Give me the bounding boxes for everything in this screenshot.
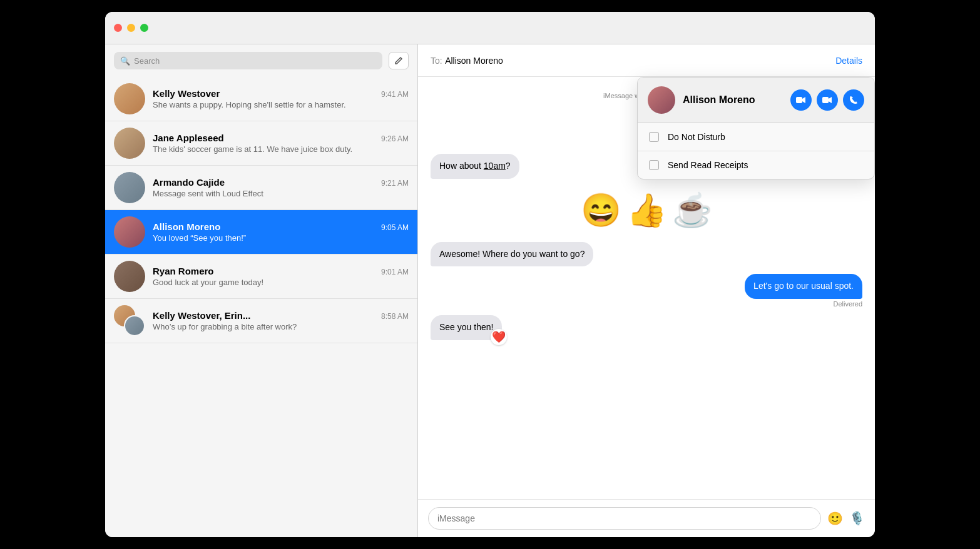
- details-button[interactable]: Details: [835, 56, 862, 66]
- conv-header-group: Kelly Westover, Erin... 8:58 AM: [153, 310, 409, 321]
- chat-input-area: 🙂 🎙️: [418, 499, 875, 537]
- avatar-ryan-romero: [114, 261, 145, 292]
- app-window: 🔍 Search Kelly Westover 9:41 AM: [105, 12, 875, 537]
- sidebar: 🔍 Search Kelly Westover 9:41 AM: [105, 44, 418, 537]
- conv-time-armando-cajide: 9:21 AM: [381, 179, 409, 188]
- maximize-button[interactable]: [140, 24, 148, 32]
- avatar-armando-cajide: [114, 172, 145, 203]
- conv-info-ryan-romero: Ryan Romero 9:01 AM Good luck at your ga…: [153, 266, 409, 287]
- popup-avatar: [648, 86, 675, 114]
- delivered-label: Delivered: [834, 300, 862, 308]
- conv-name-ryan-romero: Ryan Romero: [153, 266, 214, 276]
- conv-time-ryan-romero: 9:01 AM: [381, 268, 409, 276]
- emoji-picker-icon[interactable]: 🙂: [827, 511, 843, 526]
- avatar-group: [114, 305, 145, 336]
- conv-preview-ryan-romero: Good luck at your game today!: [153, 278, 353, 287]
- conv-header-kelly: Kelly Westover 9:41 AM: [153, 88, 409, 99]
- conv-time-kelly-westover: 9:41 AM: [381, 90, 409, 99]
- chat-recipient: To: Allison Moreno: [431, 55, 503, 66]
- compose-button[interactable]: [389, 52, 409, 69]
- conv-header-jane: Jane Appleseed 9:26 AM: [153, 133, 409, 143]
- conv-header-allison: Allison Moreno 9:05 AM: [153, 221, 409, 232]
- emoji-row: 😄 👍 ☕: [431, 191, 862, 229]
- message-row-awesome: Awesome! Where do you want to go?: [431, 242, 862, 267]
- popup-contact-name: Allison Moreno: [683, 94, 783, 106]
- conv-preview-armando-cajide: Message sent with Loud Effect: [153, 189, 353, 198]
- traffic-lights: [114, 24, 148, 32]
- checkbox-send-read-receipts[interactable]: [649, 160, 659, 170]
- facetime-audio-button[interactable]: [817, 89, 838, 111]
- conversation-item-jane-appleseed[interactable]: Jane Appleseed 9:26 AM The kids' soccer …: [105, 121, 417, 166]
- conversation-item-allison-moreno[interactable]: Allison Moreno 9:05 AM You loved “See yo…: [105, 210, 417, 254]
- conv-info-allison-moreno: Allison Moreno 9:05 AM You loved “See yo…: [153, 221, 409, 243]
- chat-header: To: Allison Moreno Details: [418, 44, 875, 77]
- to-label: To:: [431, 56, 442, 66]
- bubble-awesome: Awesome! Where do you want to go?: [431, 242, 593, 267]
- checkbox-do-not-disturb[interactable]: [649, 132, 659, 142]
- avatar-jane-appleseed: [114, 128, 145, 159]
- chat-to-name: Allison Moreno: [445, 56, 503, 66]
- conversation-item-ryan-romero[interactable]: Ryan Romero 9:01 AM Good luck at your ga…: [105, 254, 417, 299]
- conv-info-group: Kelly Westover, Erin... 8:58 AM Who’s up…: [153, 310, 409, 331]
- reaction-heart: ❤️: [491, 329, 507, 345]
- conversation-item-group[interactable]: Kelly Westover, Erin... 8:58 AM Who’s up…: [105, 299, 417, 343]
- search-icon: 🔍: [120, 56, 130, 66]
- popup-option-do-not-disturb[interactable]: Do Not Disturb: [638, 123, 874, 151]
- conversation-list: Kelly Westover 9:41 AM She wants a puppy…: [105, 77, 417, 537]
- conv-header-armando: Armando Cajide 9:21 AM: [153, 177, 409, 188]
- close-button[interactable]: [114, 24, 122, 32]
- conv-name-allison-moreno: Allison Moreno: [153, 221, 220, 232]
- bubble-usual-spot: Let's go to our usual spot.: [745, 274, 862, 299]
- conv-time-allison-moreno: 9:05 AM: [381, 223, 409, 232]
- conversation-item-armando-cajide[interactable]: Armando Cajide 9:21 AM Message sent with…: [105, 166, 417, 210]
- message-row-see-you: See you then! ❤️: [431, 315, 862, 340]
- conv-time-jane-appleseed: 9:26 AM: [381, 134, 409, 143]
- sidebar-header: 🔍 Search: [105, 44, 417, 77]
- message-row-usual-spot: Let's go to our usual spot. Delivered: [431, 274, 862, 308]
- conv-info-kelly-westover: Kelly Westover 9:41 AM She wants a puppy…: [153, 88, 409, 109]
- imessage-input[interactable]: [428, 507, 821, 530]
- conv-preview-jane-appleseed: The kids' soccer game is at 11. We have …: [153, 144, 353, 154]
- conv-preview-allison-moreno: You loved “See you then!”: [153, 233, 353, 243]
- conv-header-ryan: Ryan Romero 9:01 AM: [153, 266, 409, 276]
- mic-icon[interactable]: 🎙️: [849, 511, 865, 526]
- popup-option-send-read-receipts[interactable]: Send Read Receipts: [638, 151, 874, 179]
- phone-button[interactable]: [843, 89, 864, 111]
- facetime-video-button[interactable]: [790, 89, 812, 111]
- title-bar: [105, 12, 875, 44]
- main-content: 🔍 Search Kelly Westover 9:41 AM: [105, 44, 875, 537]
- reaction-wrap: See you then! ❤️: [431, 315, 502, 340]
- conv-preview-kelly-westover: She wants a puppy. Hoping she'll settle …: [153, 100, 353, 109]
- conv-info-armando-cajide: Armando Cajide 9:21 AM Message sent with…: [153, 177, 409, 198]
- conv-info-jane-appleseed: Jane Appleseed 9:26 AM The kids' soccer …: [153, 133, 409, 154]
- conversation-item-kelly-westover[interactable]: Kelly Westover 9:41 AM She wants a puppy…: [105, 77, 417, 121]
- conv-name-jane-appleseed: Jane Appleseed: [153, 133, 224, 143]
- emoji-thumbsup: 👍: [626, 191, 667, 229]
- svg-rect-1: [822, 97, 829, 103]
- search-bar[interactable]: 🔍 Search: [114, 52, 382, 69]
- search-label: Search: [134, 56, 160, 66]
- minimize-button[interactable]: [127, 24, 135, 32]
- popup-header: Allison Moreno: [638, 78, 874, 123]
- bubble-10am: How about 10am?: [431, 154, 519, 179]
- emoji-grin: 😄: [581, 191, 621, 229]
- conv-name-kelly-westover: Kelly Westover: [153, 88, 220, 99]
- conv-name-group: Kelly Westover, Erin...: [153, 310, 250, 321]
- details-popup: Allison Moreno: [637, 77, 875, 179]
- avatar-kelly-westover: [114, 83, 145, 114]
- conv-time-group: 8:58 AM: [381, 312, 409, 321]
- conv-preview-group: Who’s up for grabbing a bite after work?: [153, 322, 353, 331]
- emoji-coffee: ☕: [672, 191, 713, 229]
- option-label-send-read-receipts: Send Read Receipts: [668, 160, 748, 170]
- svg-rect-0: [796, 97, 802, 103]
- conv-name-armando-cajide: Armando Cajide: [153, 177, 225, 188]
- avatar-allison-moreno: [114, 216, 145, 248]
- popup-action-buttons: [790, 89, 864, 111]
- chat-area: To: Allison Moreno Details iMessage with…: [418, 44, 875, 537]
- option-label-do-not-disturb: Do Not Disturb: [668, 132, 725, 142]
